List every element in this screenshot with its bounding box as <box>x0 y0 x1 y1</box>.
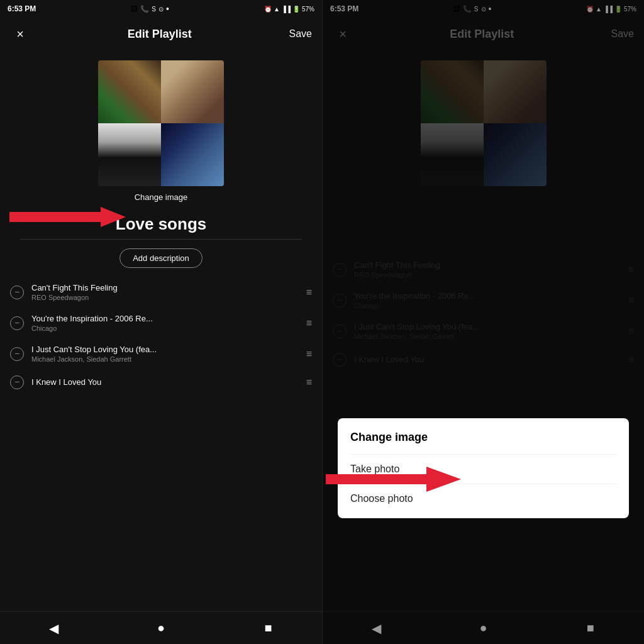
song-info-3-left: I Just Can't Stop Loving You (fea... Mic… <box>31 345 299 363</box>
album-cell-2-left <box>161 60 224 123</box>
dot-icon: • <box>166 4 169 14</box>
save-button-left[interactable]: Save <box>289 28 312 40</box>
minus-icon-3-left: − <box>14 349 19 358</box>
modal-overlay[interactable] <box>323 0 644 644</box>
add-desc-container-left: Add description <box>0 240 322 277</box>
song-list-left: − Can't Fight This Feeling REO Speedwago… <box>0 277 322 611</box>
song-info-1-left: Can't Fight This Feeling REO Speedwagon <box>31 283 299 301</box>
battery-icon: 🔋 <box>292 6 300 13</box>
song-artist-1-left: REO Speedwagon <box>31 294 299 301</box>
left-phone-panel: 6:53 PM 🖼 📞 S ⊙ • ⏰ ▲ ▐▐ 🔋 57% × Edit Pl… <box>0 0 322 644</box>
nav-recents-left[interactable]: ■ <box>250 616 287 641</box>
modal-title: Change image <box>350 431 616 444</box>
song-item-1-left: − Can't Fight This Feeling REO Speedwago… <box>0 277 322 308</box>
status-right-icons-left: ⏰ ▲ ▐▐ 🔋 57% <box>264 6 314 13</box>
song-remove-btn-3-left[interactable]: − <box>10 347 24 361</box>
close-button-left[interactable]: × <box>10 27 30 42</box>
change-image-label-left[interactable]: Change image <box>135 192 188 202</box>
song-remove-btn-2-left[interactable]: − <box>10 316 24 330</box>
song-item-4-left: − I Knew I Loved You ≡ <box>0 369 322 396</box>
song-title-3-left: I Just Can't Stop Loving You (fea... <box>31 345 299 354</box>
gallery-icon: 🖼 <box>131 5 138 13</box>
song-remove-btn-1-left[interactable]: − <box>10 286 24 299</box>
take-photo-option[interactable]: Take photo <box>350 454 616 484</box>
minus-icon-4-left: − <box>14 377 19 386</box>
signal-icon: ▐▐ <box>282 6 291 13</box>
status-bar-left: 6:53 PM 🖼 📞 S ⊙ • ⏰ ▲ ▐▐ 🔋 57% <box>0 0 322 18</box>
alarm-icon: ⏰ <box>264 6 272 13</box>
nav-back-left[interactable]: ◀ <box>35 616 72 641</box>
status-icons-left: 🖼 📞 S ⊙ • <box>131 4 169 14</box>
album-cell-4-left <box>161 123 224 186</box>
minus-icon-1-left: − <box>14 287 19 296</box>
wifi-icon: ▲ <box>274 6 280 13</box>
playlist-name-area-left: Love songs <box>0 207 322 240</box>
minus-icon-2-left: − <box>14 318 19 327</box>
song-item-2-left: − You're the Inspiration - 2006 Re... Ch… <box>0 308 322 338</box>
song-title-1-left: Can't Fight This Feeling <box>31 283 299 292</box>
song-title-4-left: I Knew I Loved You <box>31 377 299 387</box>
song-artist-2-left: Chicago <box>31 325 299 332</box>
nav-bar-left: ◀ ● ■ <box>0 611 322 644</box>
nav-home-left[interactable]: ● <box>142 616 180 641</box>
playlist-image-area-left: Change image <box>0 50 322 207</box>
song-info-2-left: You're the Inspiration - 2006 Re... Chic… <box>31 314 299 332</box>
battery-pct-left: 57% <box>302 6 314 13</box>
song-item-3-left: − I Just Can't Stop Loving You (fea... M… <box>0 338 322 369</box>
song-remove-btn-4-left[interactable]: − <box>10 375 24 389</box>
song-info-4-left: I Knew I Loved You <box>31 377 299 388</box>
call-icon: 📞 <box>140 5 149 13</box>
right-phone-panel: 6:53 PM 🖼 📞 S ⊙ • ⏰ ▲ ▐▐ 🔋 57% × Edit Pl… <box>322 0 644 644</box>
song-artist-3-left: Michael Jackson, Siedah Garrett <box>31 355 299 363</box>
drag-handle-4-left[interactable]: ≡ <box>306 377 312 388</box>
drag-handle-1-left[interactable]: ≡ <box>306 287 312 298</box>
page-title-left: Edit Playlist <box>128 28 192 41</box>
album-cell-1-left <box>98 60 161 123</box>
drag-handle-2-left[interactable]: ≡ <box>306 318 312 329</box>
change-image-modal: Change image Take photo Choose photo <box>338 418 629 518</box>
album-cell-3-left <box>98 123 161 186</box>
choose-photo-option[interactable]: Choose photo <box>350 484 616 513</box>
shield-icon: S <box>152 6 156 13</box>
add-description-button-left[interactable]: Add description <box>119 248 203 268</box>
song-title-2-left: You're the Inspiration - 2006 Re... <box>31 314 299 323</box>
drag-handle-3-left[interactable]: ≡ <box>306 348 312 360</box>
playlist-name-left: Love songs <box>10 207 312 239</box>
album-grid-left[interactable] <box>98 60 224 186</box>
status-time-left: 6:53 PM <box>8 4 36 13</box>
header-left: × Edit Playlist Save <box>0 18 322 50</box>
circle-icon: ⊙ <box>158 6 164 13</box>
